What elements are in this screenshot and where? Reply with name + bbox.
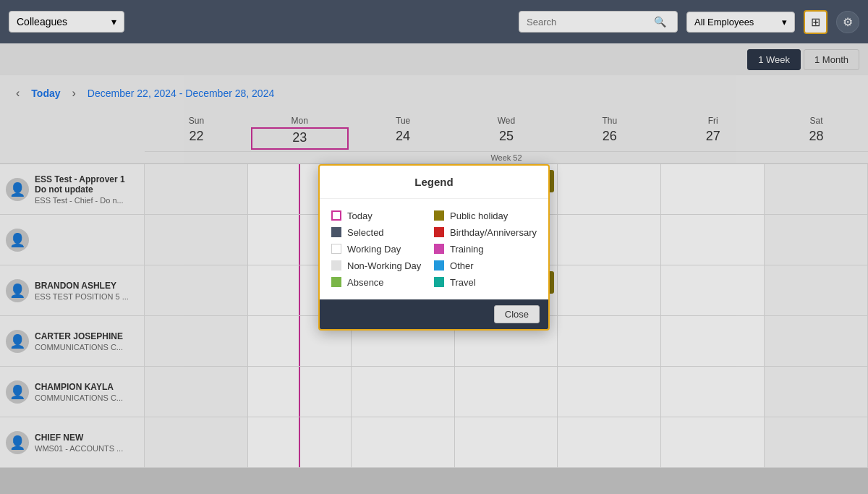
legend-label-working: Working Day <box>347 244 401 255</box>
legend-title: Legend <box>320 166 548 199</box>
list-item: Public holiday <box>434 210 537 221</box>
legend-label-other: Other <box>450 260 474 271</box>
list-item: Other <box>434 260 537 271</box>
legend-right-col: Public holiday Birthday/Anniversary Trai… <box>434 210 537 288</box>
modal-overlay: Legend Today Selected Working Day <box>0 0 868 494</box>
legend-label-training: Training <box>450 244 483 255</box>
legend-color-working <box>331 244 341 254</box>
legend-label-today: Today <box>347 210 373 221</box>
legend-color-training <box>434 244 444 254</box>
legend-footer: Close <box>320 299 548 329</box>
legend-color-today <box>331 210 341 221</box>
legend-label-absence: Absence <box>347 277 384 288</box>
legend-label-nonworking: Non-Working Day <box>347 260 421 271</box>
legend-color-other <box>434 260 444 271</box>
list-item: Today <box>331 210 422 221</box>
legend-left-col: Today Selected Working Day Non-Working D… <box>331 210 422 288</box>
legend-label-birthday: Birthday/Anniversary <box>450 227 537 238</box>
legend-color-nonworking <box>331 260 341 271</box>
legend-color-selected <box>331 227 341 237</box>
legend-body: Today Selected Working Day Non-Working D… <box>320 199 548 299</box>
list-item: Training <box>434 244 537 255</box>
legend-modal: Legend Today Selected Working Day <box>318 164 550 331</box>
legend-color-birthday <box>434 227 444 237</box>
legend-label-public: Public holiday <box>450 210 508 221</box>
list-item: Absence <box>331 277 422 288</box>
close-button[interactable]: Close <box>494 305 540 323</box>
list-item: Selected <box>331 227 422 238</box>
list-item: Travel <box>434 277 537 288</box>
legend-color-public <box>434 210 444 221</box>
list-item: Working Day <box>331 244 422 255</box>
list-item: Birthday/Anniversary <box>434 227 537 238</box>
legend-label-travel: Travel <box>450 277 476 288</box>
legend-label-selected: Selected <box>347 227 384 238</box>
legend-color-travel <box>434 277 444 287</box>
legend-color-absence <box>331 277 341 287</box>
list-item: Non-Working Day <box>331 260 422 271</box>
